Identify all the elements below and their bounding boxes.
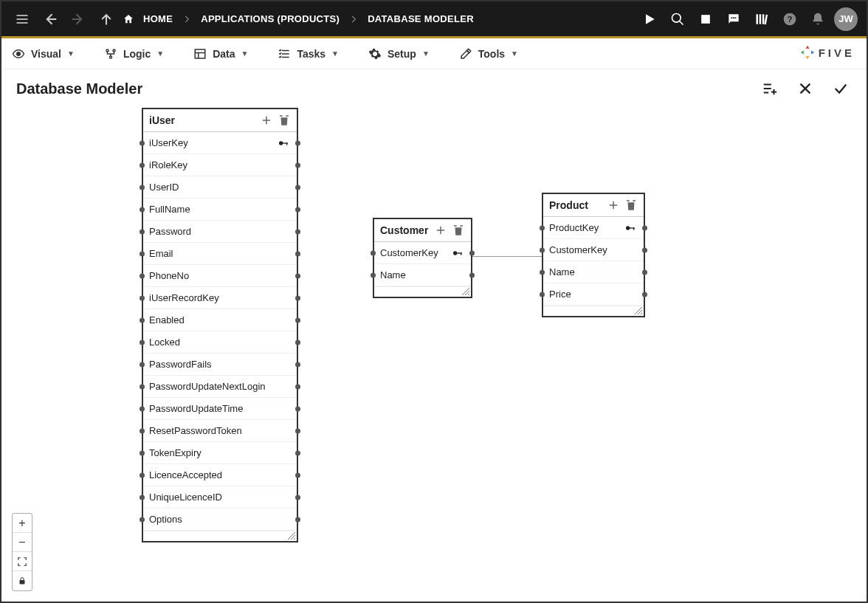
field-row[interactable]: Name: [543, 261, 644, 283]
avatar[interactable]: JW: [834, 7, 858, 31]
resize-handle-icon[interactable]: [462, 288, 469, 295]
menu-tasks-label: Tasks: [297, 48, 326, 60]
back-arrow-icon[interactable]: [38, 7, 62, 31]
field-row[interactable]: Password: [143, 221, 297, 243]
svg-marker-6: [646, 14, 655, 24]
svg-marker-30: [810, 50, 814, 55]
table-icon: [193, 47, 207, 61]
field-row[interactable]: Options: [143, 509, 297, 531]
svg-point-21: [113, 49, 115, 52]
canvas[interactable]: iUser iUserKey iRoleKey UserID FullName …: [1, 102, 867, 602]
field-row[interactable]: PasswordFails: [143, 354, 297, 376]
zoom-out-button[interactable]: −: [13, 533, 32, 552]
table-product-name: Product: [549, 199, 602, 211]
field-row[interactable]: UniqueLicenceID: [143, 486, 297, 509]
tools-icon: [459, 47, 472, 61]
lock-button[interactable]: [13, 571, 32, 590]
field-row[interactable]: PhoneNo: [143, 265, 297, 287]
resize-handle-icon[interactable]: [288, 532, 295, 540]
add-field-icon[interactable]: [607, 199, 620, 212]
stop-icon[interactable]: [694, 7, 717, 31]
eye-icon: [12, 47, 25, 61]
menu-logic-label: Logic: [123, 48, 151, 60]
svg-rect-52: [461, 252, 461, 255]
menu-tasks[interactable]: Tasks▼: [278, 47, 339, 61]
fit-screen-button[interactable]: [13, 552, 32, 571]
add-field-icon[interactable]: [260, 114, 273, 127]
field-row[interactable]: Email: [143, 243, 297, 265]
svg-rect-64: [20, 580, 25, 585]
field-row[interactable]: ProductKey: [543, 217, 644, 239]
home-icon[interactable]: HOME: [123, 13, 177, 25]
field-row[interactable]: iUserKey: [143, 132, 297, 154]
chat-icon[interactable]: [722, 7, 745, 31]
forward-arrow-icon[interactable]: [66, 7, 90, 31]
table-customer-name: Customer: [380, 224, 430, 236]
bell-icon[interactable]: [806, 7, 830, 31]
table-product[interactable]: Product ProductKey CustomerKey Name Pric…: [542, 193, 645, 317]
svg-point-11: [733, 17, 734, 18]
svg-rect-60: [633, 227, 634, 230]
delete-table-icon[interactable]: [624, 199, 638, 212]
chevron-right-icon: [348, 14, 359, 24]
topbar: HOME APPLICATIONS (PRODUCTS) DATABASE MO…: [1, 1, 867, 38]
menu-visual[interactable]: Visual▼: [12, 47, 75, 61]
resize-handle-icon[interactable]: [635, 307, 642, 314]
menu-setup[interactable]: Setup▼: [368, 47, 430, 61]
svg-line-8: [680, 21, 683, 24]
help-icon[interactable]: ?: [778, 7, 802, 31]
field-row[interactable]: iRoleKey: [143, 154, 297, 176]
field-row[interactable]: PasswordUpdateTime: [143, 398, 297, 420]
field-row[interactable]: Enabled: [143, 309, 297, 331]
svg-marker-29: [805, 46, 810, 49]
svg-text:?: ?: [787, 14, 792, 24]
table-customer[interactable]: Customer CustomerKey Name: [373, 218, 472, 298]
field-row[interactable]: Name: [374, 264, 471, 286]
field-row[interactable]: CustomerKey: [374, 242, 471, 264]
breadcrumb-home[interactable]: HOME: [139, 13, 177, 24]
field-row[interactable]: Locked: [143, 331, 297, 354]
menu-logic[interactable]: Logic▼: [104, 47, 164, 61]
close-button[interactable]: [794, 77, 816, 100]
menu-tools-label: Tools: [478, 48, 505, 60]
svg-point-19: [17, 52, 21, 55]
hamburger-menu[interactable]: [10, 7, 34, 31]
field-row[interactable]: TokenExpiry: [143, 442, 297, 464]
svg-point-20: [106, 49, 108, 52]
field-row[interactable]: CustomerKey: [543, 239, 644, 261]
svg-rect-13: [757, 14, 759, 24]
library-icon[interactable]: [750, 7, 774, 31]
search-icon[interactable]: [666, 7, 689, 31]
field-row[interactable]: Price: [543, 283, 644, 306]
menu-data[interactable]: Data▼: [193, 47, 248, 61]
gear-icon: [368, 47, 382, 61]
svg-point-12: [735, 17, 737, 18]
add-list-button[interactable]: [759, 77, 781, 100]
svg-point-10: [731, 17, 733, 18]
menu-visual-label: Visual: [31, 48, 61, 60]
brand-text: FIVE: [819, 46, 855, 59]
add-field-icon[interactable]: [434, 224, 447, 237]
play-icon[interactable]: [638, 7, 661, 31]
confirm-button[interactable]: [830, 77, 852, 100]
menu-tools[interactable]: Tools▼: [459, 47, 518, 61]
zoom-in-button[interactable]: +: [13, 514, 32, 533]
delete-table-icon[interactable]: [452, 224, 465, 237]
key-icon: [452, 247, 465, 259]
field-row[interactable]: FullName: [143, 199, 297, 221]
svg-point-42: [279, 141, 283, 145]
field-row[interactable]: iUserRecordKey: [143, 287, 297, 309]
up-arrow-icon[interactable]: [94, 7, 118, 31]
field-row[interactable]: LicenceAccepted: [143, 464, 297, 486]
svg-point-7: [672, 13, 681, 22]
breadcrumb-applications[interactable]: APPLICATIONS (PRODUCTS): [196, 13, 344, 24]
key-icon: [624, 222, 638, 234]
svg-rect-23: [195, 49, 205, 58]
breadcrumb-database-modeler[interactable]: DATABASE MODELER: [363, 13, 478, 24]
svg-point-50: [453, 251, 457, 255]
table-iuser[interactable]: iUser iUserKey iRoleKey UserID FullName …: [142, 108, 298, 542]
field-row[interactable]: UserID: [143, 176, 297, 199]
field-row[interactable]: ResetPasswordToken: [143, 420, 297, 442]
delete-table-icon[interactable]: [278, 114, 291, 127]
field-row[interactable]: PasswordUpdateNextLogin: [143, 376, 297, 398]
